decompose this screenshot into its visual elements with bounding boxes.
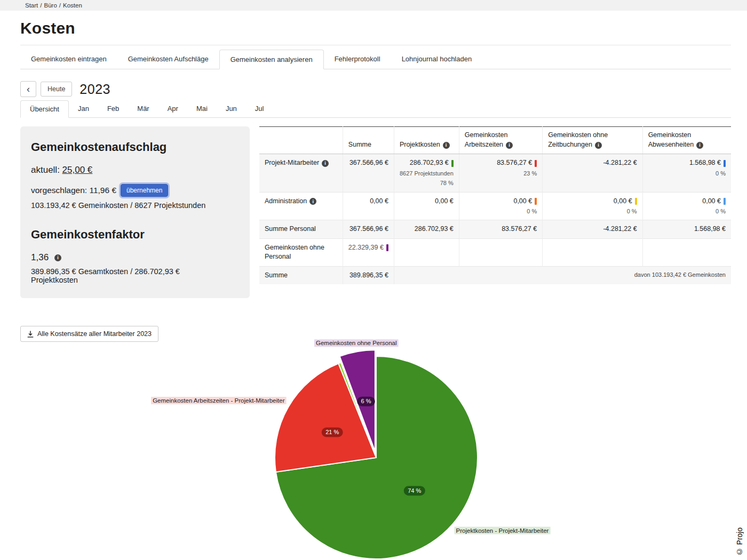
previous-year-button[interactable]: ‹ xyxy=(20,81,36,97)
overhead-heading: Gemeinkostenaufschlag xyxy=(31,140,239,154)
overhead-factor-formula: 389.896,35 € Gesamtkosten / 286.702,93 €… xyxy=(31,267,212,284)
percent-sub: 23 % xyxy=(465,170,537,178)
tab-gemeinkosten-aufschlaege[interactable]: Gemeinkosten Aufschläge xyxy=(117,50,219,69)
svg-text:74 %: 74 % xyxy=(408,487,421,494)
row-label: Summe Personal xyxy=(259,220,343,239)
abwesenheiten-bar xyxy=(724,160,726,167)
cell-summe: 0,00 € xyxy=(343,192,394,220)
cell-projektkosten: 0,00 € xyxy=(394,192,459,220)
percent-sub: 0 % xyxy=(648,170,726,178)
breadcrumb-link-start[interactable]: Start xyxy=(25,2,38,9)
table-row-administration: Administrationi 0,00 € 0,00 € 0,00 € 0 %… xyxy=(259,192,731,220)
tab-lohnjournal-hochladen[interactable]: Lohnjournal hochladen xyxy=(391,50,483,69)
percent-sub: 0 % xyxy=(648,207,726,215)
tab-gemeinkosten-analysieren[interactable]: Gemeinkosten analysieren xyxy=(219,50,324,69)
breadcrumb-separator: / xyxy=(59,2,61,9)
current-year-label: 2023 xyxy=(80,82,110,97)
apply-proposed-button[interactable]: übernehmen xyxy=(121,184,168,197)
overhead-factor-heading: Gemeinkostenfaktor xyxy=(31,228,239,242)
arbeitszeiten-bar xyxy=(535,160,537,167)
cell-abwesenheiten: 1.568,98 € xyxy=(642,220,731,239)
proposed-overhead-formula: 103.193,42 € Gemeinkosten / 8627 Projekt… xyxy=(31,201,239,210)
pie-slice-label: Gemeinkosten ohne Personal xyxy=(316,340,397,346)
today-button[interactable]: Heute xyxy=(41,82,72,97)
percent-sub: 0 % xyxy=(548,207,637,215)
main-tabs: Gemeinkosten eintragen Gemeinkosten Aufs… xyxy=(20,50,731,69)
breadcrumb-link-kosten[interactable]: Kosten xyxy=(63,2,82,9)
col-header-arbeitszeiten: GemeinkostenArbeitszeiteni xyxy=(459,127,542,154)
cell-summe: 367.566,96 € xyxy=(343,154,394,192)
current-overhead-value[interactable]: 25,00 € xyxy=(62,165,93,175)
table-row-summe: Summe 389.896,35 € davon 103.193,42 € Ge… xyxy=(259,266,731,284)
breadcrumb: Start/Büro/Kosten xyxy=(0,0,747,11)
breadcrumb-link-buero[interactable]: Büro xyxy=(44,2,57,9)
period-tab-feb[interactable]: Feb xyxy=(98,100,128,117)
cell-arbeitszeiten: 83.576,27 € 23 % xyxy=(459,154,542,192)
info-icon[interactable]: i xyxy=(309,198,316,205)
overhead-summary-card: Gemeinkostenaufschlag aktuell: 25,00 € v… xyxy=(20,126,250,298)
table-header-row: Summe Projektkosteni GemeinkostenArbeits… xyxy=(259,127,731,154)
cell-projektkosten: 286.702,93 € xyxy=(394,220,459,239)
page-title: Kosten xyxy=(20,19,731,37)
percent-sub: 0 % xyxy=(465,207,537,215)
divider xyxy=(20,45,731,45)
cell-projektkosten: 286.702,93 € 8627 Projektstunden 78 % xyxy=(394,154,459,192)
year-navigation: ‹ Heute 2023 xyxy=(20,81,731,97)
current-overhead-label: aktuell: xyxy=(31,165,60,175)
copyright-label: © Projo xyxy=(735,527,744,556)
pie-slice-label: Gemeinkosten Arbeitszeiten - Projekt-Mit… xyxy=(153,397,285,404)
period-tab-jan[interactable]: Jan xyxy=(69,100,98,117)
period-tab-maer[interactable]: Mär xyxy=(128,100,158,117)
cell-abwesenheiten: 0,00 € 0 % xyxy=(642,192,731,220)
zeitbuchungen-bar xyxy=(635,198,637,205)
info-icon[interactable]: i xyxy=(443,142,450,149)
cell-empty xyxy=(543,238,642,266)
period-tab-apr[interactable]: Apr xyxy=(158,100,187,117)
cost-distribution-pie-chart: Projektkosten - Projekt-Mitarbeiter74 %G… xyxy=(160,343,603,560)
cost-table: Summe Projektkosteni GemeinkostenArbeits… xyxy=(259,126,731,284)
col-header-projektkosten: Projektkosteni xyxy=(394,127,459,154)
pie-percent-badge: 21 % xyxy=(322,428,343,437)
info-icon[interactable]: i xyxy=(696,142,703,149)
col-header-zeitbuchungen: Gemeinkosten ohneZeitbuchungeni xyxy=(543,127,642,154)
chevron-left-icon: ‹ xyxy=(27,84,30,94)
period-tab-jun[interactable]: Jun xyxy=(217,100,246,117)
row-label: Gemeinkosten ohne Personal xyxy=(259,238,343,266)
period-tab-jul[interactable]: Jul xyxy=(246,100,273,117)
row-label: Projekt-Mitarbeiteri xyxy=(259,154,343,192)
abwesenheiten-bar xyxy=(724,198,726,205)
breadcrumb-separator: / xyxy=(40,2,42,9)
cell-abwesenheiten: 1.568,98 € 0 % xyxy=(642,154,731,192)
download-cost-rates-button[interactable]: Alle Kostensätze aller Mitarbeiter 2023 xyxy=(20,326,158,342)
cell-arbeitszeiten: 0,00 € 0 % xyxy=(459,192,542,220)
tab-fehlerprotokoll[interactable]: Fehlerprotokoll xyxy=(324,50,391,69)
table-row-summe-personal: Summe Personal 367.566,96 € 286.702,93 €… xyxy=(259,220,731,239)
cell-zeitbuchungen: -4.281,22 € xyxy=(543,154,642,192)
pie-percent-badge: 74 % xyxy=(404,486,425,495)
table-row-projekt-mitarbeiter: Projekt-Mitarbeiteri 367.566,96 € 286.70… xyxy=(259,154,731,192)
period-tab-uebersicht[interactable]: Übersicht xyxy=(20,100,69,118)
cell-zeitbuchungen: -4.281,22 € xyxy=(543,220,642,239)
cell-summe: 22.329,39 € xyxy=(343,238,394,266)
info-icon[interactable]: i xyxy=(322,160,329,167)
info-icon[interactable]: i xyxy=(54,254,61,261)
arbeitszeiten-bar xyxy=(535,198,537,205)
col-header-empty xyxy=(259,127,343,154)
tab-gemeinkosten-eintragen[interactable]: Gemeinkosten eintragen xyxy=(20,50,117,69)
download-button-label: Alle Kostensätze aller Mitarbeiter 2023 xyxy=(37,330,152,338)
percent-sub: 78 % xyxy=(400,179,454,187)
period-tab-mai[interactable]: Mai xyxy=(187,100,217,117)
info-icon[interactable]: i xyxy=(595,142,602,149)
current-overhead-line: aktuell: 25,00 € xyxy=(31,165,239,175)
row-label: Summe xyxy=(259,266,343,284)
info-icon[interactable]: i xyxy=(506,142,513,149)
proposed-overhead-label: vorgeschlagen: 11,96 € xyxy=(31,186,116,195)
cell-summe: 367.566,96 € xyxy=(343,220,394,239)
cell-zeitbuchungen: 0,00 € 0 % xyxy=(543,192,642,220)
projektstunden-sub: 8627 Projektstunden xyxy=(400,170,454,178)
download-icon xyxy=(27,331,34,338)
pie-slice-label: Projektkosten - Projekt-Mitarbeiter xyxy=(456,527,549,534)
col-header-summe: Summe xyxy=(343,127,394,154)
table-row-gemeinkosten-ohne-personal: Gemeinkosten ohne Personal 22.329,39 € xyxy=(259,238,731,266)
pie-chart: Projektkosten - Projekt-Mitarbeiter74 %G… xyxy=(160,343,603,560)
